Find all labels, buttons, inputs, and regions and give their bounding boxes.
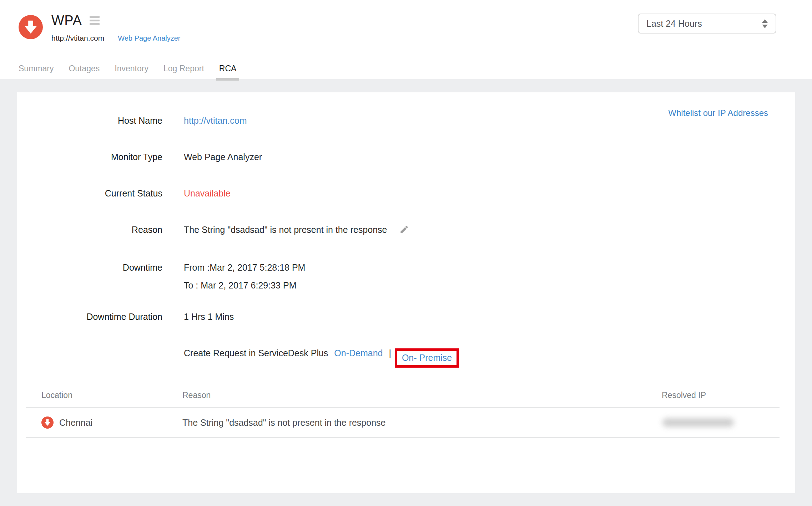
servicedesk-separator: | (389, 348, 391, 358)
monitor-type-link[interactable]: Web Page Analyzer (118, 34, 180, 42)
field-label: Downtime (17, 260, 162, 293)
downtime-duration-value: 1 Hrs 1 Mins (184, 309, 234, 324)
location-name: Chennai (59, 418, 92, 428)
tab-log-report[interactable]: Log Report (163, 64, 204, 73)
tab-rca[interactable]: RCA (219, 64, 237, 73)
rca-location-table: Location Reason Resolved IP Chennai The … (26, 388, 780, 438)
field-current-status: Current Status Unavailable (17, 186, 795, 201)
column-header-location: Location (41, 390, 182, 400)
monitor-header: WPA http://vtitan.com Web Page Analyzer … (0, 0, 812, 79)
monitor-title: WPA (51, 13, 82, 28)
servicedesk-row: Create Request in ServiceDesk Plus On-De… (17, 346, 795, 368)
servicedesk-on-premise-link[interactable]: On- Premise (402, 353, 452, 363)
row-reason-text: The String "dsadsad" is not present in t… (182, 418, 662, 428)
field-label-empty (17, 346, 162, 368)
select-updown-arrows-icon (762, 19, 768, 28)
host-name-link[interactable]: http://vtitan.com (184, 116, 247, 126)
reason-text: The String "dsadsad" is not present in t… (184, 225, 387, 235)
field-monitor-type: Monitor Type Web Page Analyzer (17, 149, 795, 164)
time-range-select[interactable]: Last 24 Hours (638, 14, 776, 34)
downtime-from: From :Mar 2, 2017 5:28:18 PM (184, 260, 305, 275)
field-downtime-duration: Downtime Duration 1 Hrs 1 Mins (17, 309, 795, 324)
on-premise-annotation-box: On- Premise (395, 348, 459, 368)
rca-card: Whitelist our IP Addresses Host Name htt… (17, 92, 795, 493)
tab-inventory[interactable]: Inventory (115, 64, 148, 73)
monitor-menu-icon[interactable] (90, 15, 100, 26)
monitor-url: http://vtitan.com (51, 34, 104, 42)
tab-bar: Summary Outages Inventory Log Report RCA (19, 64, 236, 73)
field-label: Current Status (17, 186, 162, 201)
column-header-reason: Reason (182, 390, 662, 400)
field-reason: Reason The String "dsadsad" is not prese… (17, 222, 795, 239)
field-label: Monitor Type (17, 149, 162, 164)
table-row: Chennai The String "dsadsad" is not pres… (26, 408, 780, 438)
column-header-resolved-ip: Resolved IP (662, 390, 780, 400)
monitor-type-value: Web Page Analyzer (184, 149, 262, 164)
field-label: Downtime Duration (17, 309, 162, 324)
edit-reason-pencil-icon[interactable] (399, 224, 409, 239)
resolved-ip-redacted-blur (662, 418, 734, 427)
monitor-identity: WPA http://vtitan.com Web Page Analyzer (19, 15, 181, 42)
location-down-status-icon (41, 416, 54, 429)
downtime-to: To : Mar 2, 2017 6:29:33 PM (184, 278, 305, 293)
time-range-value: Last 24 Hours (646, 19, 702, 29)
tab-summary[interactable]: Summary (19, 64, 54, 73)
table-header-row: Location Reason Resolved IP (26, 388, 780, 408)
tab-outages[interactable]: Outages (69, 64, 100, 73)
monitor-down-status-icon (19, 15, 43, 39)
servicedesk-text: Create Request in ServiceDesk Plus (184, 348, 328, 358)
servicedesk-on-demand-link[interactable]: On-Demand (334, 348, 383, 358)
field-label: Host Name (17, 113, 162, 128)
field-host-name: Host Name http://vtitan.com (17, 113, 795, 128)
status-unavailable-text: Unavailable (184, 188, 231, 198)
field-label: Reason (17, 222, 162, 239)
field-downtime: Downtime From :Mar 2, 2017 5:28:18 PM To… (17, 260, 795, 293)
rca-fields: Host Name http://vtitan.com Monitor Type… (17, 113, 795, 389)
